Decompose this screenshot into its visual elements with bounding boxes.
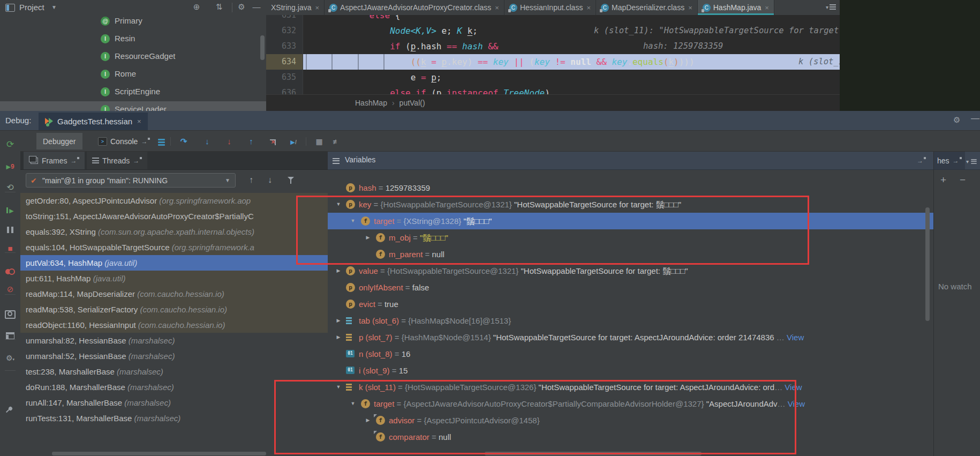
settings-icon[interactable]: ⚙▾ [0,351,20,365]
stack-frame-row[interactable]: readMap:114, MapDeserializer (com.caucho… [20,286,328,302]
stack-frame-row[interactable]: test:238, MarshallerBase (marshalsec) [20,364,328,379]
variable-row-hash[interactable]: phash = 1259783359 [328,180,933,196]
show-execution-point-icon[interactable] [154,135,168,148]
view-breakpoints-icon[interactable] [0,264,20,278]
code-line-634[interactable]: ((k = p.key) == key || (key != null && k… [303,54,840,70]
code-line-632[interactable]: Node<K,V> e; K k;k (slot_11): "HotSwappa… [303,23,840,39]
editor-gutter[interactable]: 631632633634635636 [266,15,303,94]
tab-list-dropdown-icon[interactable]: ▾ [826,3,836,11]
chevron-collapsed-icon[interactable]: ▶ [335,312,342,329]
step-into-icon[interactable]: ↓ [200,135,214,148]
view-link[interactable]: View [787,333,804,342]
close-icon[interactable]: × [586,4,591,12]
variable-row-n-slot-8-[interactable]: 01n (slot_8) = 16 [328,346,933,362]
force-step-into-icon[interactable]: ↓ [222,135,236,148]
variable-row-i-slot-9-[interactable]: 01i (slot_9) = 15 [328,362,933,379]
variable-row-tab-slot-6-[interactable]: ▶tab (slot_6) = {HashMap$Node[16]@1513} [328,312,933,329]
project-item-primary[interactable]: @Primary [0,13,266,31]
evaluate-expression-icon[interactable]: ▦ [312,135,326,148]
stack-frame-row[interactable]: put:611, HashMap (java.util) [20,271,328,286]
hide-panel-icon[interactable]: — [251,2,262,11]
variables-icon [333,156,340,165]
chevron-collapsed-icon[interactable]: ▶ [335,263,342,279]
watches-tab[interactable]: hes → [934,152,965,169]
editor-tab-hashmap-java[interactable]: CHashMap.java× [698,0,774,15]
popout-arrow-icon[interactable]: → [917,157,926,165]
frame-down-icon[interactable]: ↓ [268,175,272,185]
thread-dump-icon[interactable] [0,307,20,321]
editor-tab-xstring-java[interactable]: XString.java× [266,0,325,15]
project-scrollbar[interactable] [260,35,265,60]
remove-watch-button[interactable]: − [960,174,966,186]
close-icon[interactable]: × [765,4,769,12]
pause-icon[interactable] [0,222,20,236]
drop-frame-icon[interactable]: × [266,135,280,148]
code-line-636[interactable]: else if (p instanceof TreeNode) [303,85,840,94]
code-line-633[interactable]: if (p.hash == hash &&hash: 1259783359 [303,39,840,54]
view-options-icon[interactable]: ▾ [966,157,977,166]
hide-panel-icon[interactable]: — [971,114,979,123]
close-icon[interactable]: × [137,117,141,125]
popout-arrow-icon: → [953,157,962,165]
rerun-icon[interactable]: ⟳ [0,138,20,152]
locate-file-icon[interactable]: ⊕ [191,2,202,12]
variable-row-value[interactable]: ▶pvalue = {HotSwappableTargetSource@1321… [328,263,933,279]
close-icon[interactable]: × [495,4,499,12]
tab-debugger[interactable]: Debugger [36,133,82,149]
code-editor[interactable]: 631632633634635636 else { Node<K,V> e; K… [266,15,840,94]
reload-classes-icon[interactable]: ⟲ [0,181,20,195]
add-watch-button[interactable]: + [940,174,946,186]
stack-frame-row[interactable]: readMap:538, SerializerFactory (com.cauc… [20,302,328,317]
restart-debug-icon[interactable]: ▶9 [0,159,20,173]
variable-value: "HotSwappableTargetSource for target: 鬚□… [521,266,688,275]
chevron-collapsed-icon[interactable]: ▶ [335,329,342,346]
stack-frame-row[interactable]: putVal:634, HashMap (java.util) [20,255,328,271]
run-to-cursor-icon[interactable]: ▶I [287,135,300,148]
gear-icon[interactable]: ⚙ [236,2,247,12]
project-item-serviceloader[interactable]: IServiceLoader [0,101,266,111]
variables-vscrollbar[interactable] [925,207,930,321]
project-item-rome[interactable]: IRome [0,66,266,84]
frames-hscrollbar[interactable] [52,452,266,455]
collapse-all-icon[interactable]: ⇅ [213,2,225,12]
code-line-631[interactable]: else { [303,15,840,23]
editor-code-lines[interactable]: else { Node<K,V> e; K k;k (slot_11): "Ho… [303,15,840,94]
variable-row-p-slot-7-[interactable]: ▶p (slot_7) = {HashMap$Node@1514} "HotSw… [328,329,933,346]
variable-row-onlyIfAbsent[interactable]: ponlyIfAbsent = false [328,279,933,296]
chevron-down-icon[interactable]: ▼ [51,4,57,10]
thread-dropdown[interactable]: ✔ "main"@1 in group "main": RUNNING ▼ [26,173,236,188]
project-item-resin[interactable]: IResin [0,31,266,48]
gear-icon[interactable]: ⚙ [953,115,960,125]
frame-up-icon[interactable]: ↑ [249,175,253,185]
restore-layout-icon[interactable] [0,328,20,342]
breadcrumb-method[interactable]: putVal() [399,99,425,107]
tab-console[interactable]: > Console → [92,133,156,149]
step-out-icon[interactable]: ↑ [244,135,258,148]
project-item-scriptengine[interactable]: IScriptEngine [0,84,266,101]
editor-tab-aspectjawareadvisorautoproxycreator-class[interactable]: CAspectJAwareAdvisorAutoProxyCreator.cla… [325,0,504,15]
stack-frame-row[interactable]: getOrder:80, AspectJPointcutAdvisor (org… [20,193,328,208]
tab-frames[interactable]: Frames → [24,152,85,169]
stack-frame-row[interactable]: toString:151, AspectJAwareAdvisorAutoPro… [20,208,328,224]
view-options-icon[interactable]: ≢ [329,135,343,148]
editor-tab-mapdeserializer-class[interactable]: CMapDeserializer.class× [596,0,698,15]
resume-icon[interactable]: ▶ [0,203,20,217]
filter-frames-icon[interactable] [288,177,295,185]
pin-icon[interactable] [0,401,20,415]
stack-frame-row[interactable]: equals:392, XString (com.sun.org.apache.… [20,224,328,240]
variable-row-evict[interactable]: pevict = true [328,296,933,312]
stop-icon[interactable]: ■ [0,242,20,256]
stack-frame-row[interactable]: equals:104, HotSwappableTargetSource (or… [20,240,328,255]
step-over-icon[interactable]: ↷ [177,135,191,148]
close-icon[interactable]: × [688,4,692,12]
stack-frame-row[interactable]: unmarshal:82, HessianBase (marshalsec) [20,333,328,348]
breadcrumb-class[interactable]: HashMap [355,99,387,107]
close-icon[interactable]: × [315,4,319,12]
stack-frame-row[interactable]: readObject:1160, HessianInput (com.cauch… [20,317,328,333]
editor-tab-hessianinput-class[interactable]: CHessianInput.class× [504,0,596,15]
stack-frame-row[interactable]: unmarshal:52, HessianBase (marshalsec) [20,348,328,364]
tab-threads[interactable]: Threads → [87,152,147,169]
code-line-635[interactable]: e = p; [303,70,840,85]
project-item-resourcegadget[interactable]: IResourceGadget [0,48,266,66]
debug-session-tab[interactable]: GadgetsTest.hessian × [39,113,148,130]
